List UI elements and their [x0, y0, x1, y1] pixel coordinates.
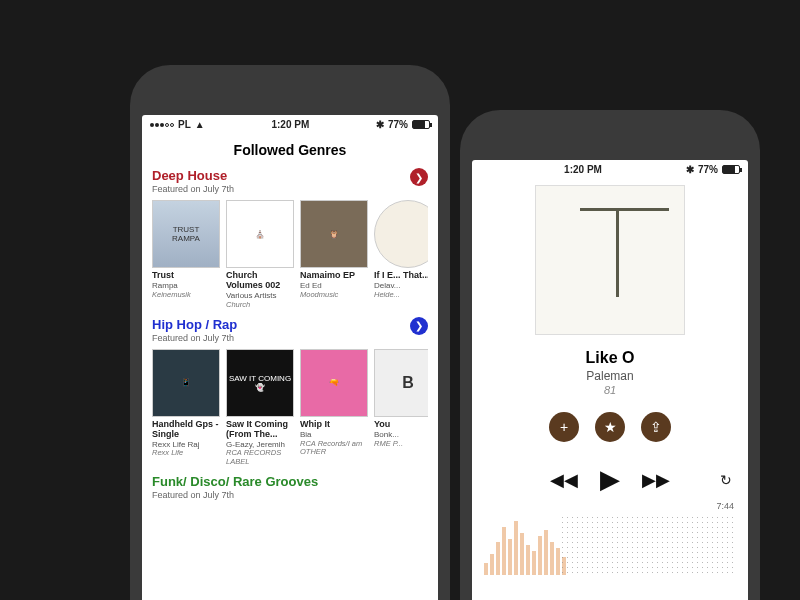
bluetooth-icon: ✱ [376, 119, 384, 130]
genre-title[interactable]: Hip Hop / Rap [152, 317, 237, 332]
album-label: RME P... [374, 440, 428, 448]
album-art: SAW IT COMING👻 [226, 349, 294, 417]
now-playing-artist: Paleman [472, 369, 748, 383]
album-title: If I E... That... [374, 271, 428, 281]
player-controls: ◀◀ ▶ ▶▶ ↻ [472, 464, 748, 495]
battery-icon [722, 165, 740, 174]
page-title: Followed Genres [142, 134, 438, 168]
repeat-button[interactable]: ↻ [720, 472, 732, 488]
album-art: 🔫 [300, 349, 368, 417]
album-label: RCA RECORDS LABEL [226, 449, 294, 466]
share-icon: ⇪ [650, 419, 662, 435]
album-title: Saw It Coming (From The... [226, 420, 294, 440]
album-item[interactable]: ⛪ Church Volumes 002 Various Artists Chu… [226, 200, 294, 309]
status-time: 1:20 PM [271, 119, 309, 130]
waveform-unplayed [560, 515, 736, 575]
album-label: RCA Records/I am OTHER [300, 440, 368, 457]
signal-icon [150, 123, 174, 127]
screen-genres: PL ▲ 1:20 PM ✱ 77% Followed Genres Deep … [142, 115, 438, 600]
album-art: ⛪ [226, 200, 294, 268]
album-art: B [374, 349, 428, 417]
battery-percent: 77% [698, 164, 718, 175]
album-item[interactable]: 🔫 Whip It Bia RCA Records/I am OTHER [300, 349, 368, 466]
album-art: TRUSTRAMPA [152, 200, 220, 268]
now-playing-title: Like O [472, 349, 748, 367]
now-playing-album: 81 [472, 384, 748, 396]
next-button[interactable]: ▶▶ [642, 469, 670, 491]
track-duration: 7:44 [716, 501, 734, 511]
genre-more-button[interactable]: ❯ [410, 168, 428, 186]
album-item[interactable]: 📱 Handheld Gps - Single Rexx Life Raj Re… [152, 349, 220, 466]
play-button[interactable]: ▶ [600, 464, 620, 495]
now-playing-art-wrap [472, 179, 748, 335]
share-button[interactable]: ⇪ [641, 412, 671, 442]
status-time: 1:20 PM [564, 164, 602, 175]
genre-subtitle: Featured on July 7th [152, 184, 234, 194]
status-bar: PL ▲ 1:20 PM ✱ 77% [142, 115, 438, 134]
screen-player: 1:20 PM ✱ 77% Like O Paleman 81 + ★ ⇪ ◀◀… [472, 160, 748, 600]
album-title: Church Volumes 002 [226, 271, 294, 291]
album-label: Keinemusik [152, 291, 220, 299]
album-art: 📱 [152, 349, 220, 417]
battery-icon [412, 120, 430, 129]
album-title: You [374, 420, 428, 430]
album-art [374, 200, 428, 268]
genre-section-deep-house: Deep House Featured on July 7th ❯ TRUSTR… [142, 168, 438, 317]
genre-subtitle: Featured on July 7th [152, 333, 237, 343]
album-item[interactable]: If I E... That... Delav... Heide... [374, 200, 428, 309]
album-row[interactable]: 📱 Handheld Gps - Single Rexx Life Raj Re… [152, 349, 428, 466]
wifi-icon: ▲ [195, 119, 205, 130]
genre-section-hip-hop: Hip Hop / Rap Featured on July 7th ❯ 📱 H… [142, 317, 438, 474]
album-title: Namaimo EP [300, 271, 368, 281]
album-label: Church [226, 301, 294, 309]
phone-player: 1:20 PM ✱ 77% Like O Paleman 81 + ★ ⇪ ◀◀… [460, 110, 760, 600]
star-icon: ★ [604, 419, 617, 435]
bluetooth-icon: ✱ [686, 164, 694, 175]
waveform[interactable] [484, 515, 736, 575]
phone-genres: PL ▲ 1:20 PM ✱ 77% Followed Genres Deep … [130, 65, 450, 600]
genre-more-button[interactable]: ❯ [410, 317, 428, 335]
album-title: Trust [152, 271, 220, 281]
status-bar: 1:20 PM ✱ 77% [472, 160, 748, 179]
genre-title[interactable]: Funk/ Disco/ Rare Grooves [152, 474, 318, 489]
repeat-icon: ↻ [720, 472, 732, 488]
album-art: 🦉 [300, 200, 368, 268]
rewind-icon: ◀◀ [550, 470, 578, 490]
time-row: 7:44 [472, 495, 748, 511]
play-icon: ▶ [600, 464, 620, 494]
player-action-row: + ★ ⇪ [472, 412, 748, 442]
album-title: Handheld Gps - Single [152, 420, 220, 440]
previous-button[interactable]: ◀◀ [550, 469, 578, 491]
genre-title[interactable]: Deep House [152, 168, 234, 183]
now-playing-art[interactable] [535, 185, 685, 335]
album-item[interactable]: TRUSTRAMPA Trust Rampa Keinemusik [152, 200, 220, 309]
favorite-button[interactable]: ★ [595, 412, 625, 442]
album-item[interactable]: 🦉 Namaimo EP Ed Ed Moodmusic [300, 200, 368, 309]
plus-icon: + [560, 419, 568, 435]
album-label: Heide... [374, 291, 428, 299]
add-button[interactable]: + [549, 412, 579, 442]
album-label: Moodmusic [300, 291, 368, 299]
album-title: Whip It [300, 420, 368, 430]
genre-section-funk: Funk/ Disco/ Rare Grooves Featured on Ju… [142, 474, 438, 508]
album-item[interactable]: B You Bonk... RME P... [374, 349, 428, 466]
album-label: Rexx Life [152, 449, 220, 457]
forward-icon: ▶▶ [642, 470, 670, 490]
carrier-label: PL [178, 119, 191, 130]
genre-subtitle: Featured on July 7th [152, 490, 318, 500]
album-row[interactable]: TRUSTRAMPA Trust Rampa Keinemusik ⛪ Chur… [152, 200, 428, 309]
battery-percent: 77% [388, 119, 408, 130]
album-item[interactable]: SAW IT COMING👻 Saw It Coming (From The..… [226, 349, 294, 466]
